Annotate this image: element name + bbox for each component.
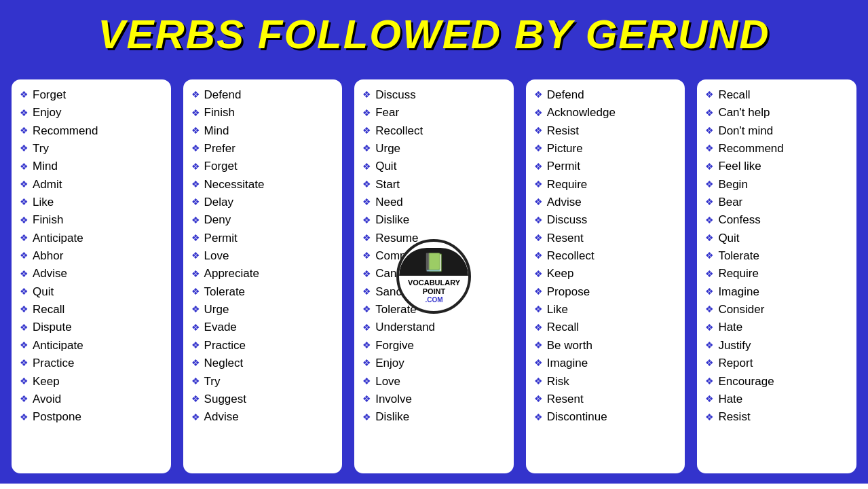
diamond-icon: ❖ xyxy=(534,106,543,121)
diamond-icon: ❖ xyxy=(705,124,714,139)
list-item: ❖Enjoy xyxy=(362,355,508,372)
diamond-icon: ❖ xyxy=(534,249,543,264)
diamond-icon: ❖ xyxy=(705,392,714,407)
column-4: ❖Defend❖Acknowledge❖Resist❖Picture❖Permi… xyxy=(524,77,687,475)
diamond-icon: ❖ xyxy=(534,285,543,300)
diamond-icon: ❖ xyxy=(362,392,371,407)
list-item: ❖Dislike xyxy=(362,211,508,229)
list-item: ❖Delay xyxy=(191,194,337,211)
diamond-icon: ❖ xyxy=(705,177,714,192)
list-item: ❖Suggest xyxy=(191,391,337,408)
diamond-icon: ❖ xyxy=(20,321,29,336)
word-label: Need xyxy=(375,194,403,211)
word-label: Enjoy xyxy=(33,104,62,122)
word-label: Hate xyxy=(718,391,742,408)
diamond-icon: ❖ xyxy=(362,88,371,103)
diamond-icon: ❖ xyxy=(534,392,543,407)
list-item: ❖Tolerate xyxy=(705,247,851,265)
word-label: Tolerate xyxy=(204,283,245,301)
list-item: ❖Advise xyxy=(20,265,166,283)
list-item: ❖Like xyxy=(534,301,680,319)
diamond-icon: ❖ xyxy=(705,249,714,264)
diamond-icon: ❖ xyxy=(705,285,714,300)
list-item: ❖Admit xyxy=(20,176,166,194)
list-item: ❖Neglect xyxy=(191,355,337,372)
list-item: ❖Anticipate xyxy=(20,230,166,247)
diamond-icon: ❖ xyxy=(20,231,29,246)
list-item: ❖Discuss xyxy=(534,211,680,229)
word-label: Recommend xyxy=(33,122,98,140)
diamond-icon: ❖ xyxy=(191,410,200,425)
word-label: Enjoy xyxy=(375,355,404,372)
word-label: Fear xyxy=(375,104,399,122)
word-label: Anticipate xyxy=(33,230,83,247)
list-item: ❖Report xyxy=(705,355,851,372)
word-label: Like xyxy=(33,194,54,211)
word-label: Defend xyxy=(204,86,242,104)
diamond-icon: ❖ xyxy=(20,410,29,425)
diamond-icon: ❖ xyxy=(20,195,29,210)
diamond-icon: ❖ xyxy=(191,124,200,139)
word-label: Recall xyxy=(547,319,579,336)
list-item: ❖Begin xyxy=(705,176,851,194)
word-label: Keep xyxy=(33,373,60,391)
diamond-icon: ❖ xyxy=(362,141,371,156)
list-item: ❖Imagine xyxy=(534,355,680,372)
diamond-icon: ❖ xyxy=(191,231,200,246)
list-item: ❖Urge xyxy=(191,301,337,319)
list-item: ❖Picture xyxy=(534,140,680,158)
list-item: ❖Abhor xyxy=(20,247,166,265)
diamond-icon: ❖ xyxy=(705,321,714,336)
word-label: Start xyxy=(375,176,400,194)
word-label: Picture xyxy=(547,140,583,158)
word-label: Encourage xyxy=(718,373,774,391)
word-label: Try xyxy=(204,373,221,391)
list-item: ❖Appreciate xyxy=(191,265,337,283)
word-label: Avoid xyxy=(33,391,61,408)
diamond-icon: ❖ xyxy=(191,392,200,407)
list-item: ❖Quit xyxy=(705,230,851,247)
word-label: Resent xyxy=(547,391,584,408)
diamond-icon: ❖ xyxy=(705,213,714,228)
word-label: Propose xyxy=(547,283,590,301)
word-label: Confess xyxy=(718,211,760,229)
list-item: ❖Forget xyxy=(20,86,166,104)
list-item: ❖Tolerate xyxy=(191,283,337,301)
list-item: ❖Quit xyxy=(20,283,166,301)
word-label: Practice xyxy=(204,337,246,355)
list-item: ❖Love xyxy=(362,373,508,391)
list-item: ❖Consider xyxy=(705,301,851,319)
list-item: ❖Discontinue xyxy=(534,408,680,426)
word-label: Quit xyxy=(718,230,739,247)
list-item: ❖Resent xyxy=(534,230,680,247)
word-label: Urge xyxy=(375,140,400,158)
list-item: ❖Forget xyxy=(191,158,337,175)
diamond-icon: ❖ xyxy=(362,195,371,210)
list-item: ❖Encourage xyxy=(705,373,851,391)
word-label: Advise xyxy=(547,194,582,211)
list-item: ❖Justify xyxy=(705,337,851,355)
word-label: Deny xyxy=(204,211,231,229)
diamond-icon: ❖ xyxy=(20,267,29,282)
word-label: Involve xyxy=(375,391,412,408)
word-label: Forgive xyxy=(375,337,414,355)
diamond-icon: ❖ xyxy=(191,267,200,282)
diamond-icon: ❖ xyxy=(705,356,714,371)
diamond-icon: ❖ xyxy=(534,321,543,336)
word-label: Resume xyxy=(375,230,418,247)
diamond-icon: ❖ xyxy=(705,106,714,121)
diamond-icon: ❖ xyxy=(20,249,29,264)
list-item: ❖Recall xyxy=(534,319,680,336)
list-item: ❖Resent xyxy=(534,391,680,408)
word-label: Don't mind xyxy=(718,122,773,140)
diamond-icon: ❖ xyxy=(705,267,714,282)
list-item: ❖Practice xyxy=(191,337,337,355)
diamond-icon: ❖ xyxy=(20,392,29,407)
diamond-icon: ❖ xyxy=(705,302,714,317)
list-item: ❖Anticipate xyxy=(20,337,166,355)
list-item: ❖Avoid xyxy=(20,391,166,408)
column-5: ❖Recall❖Can't help❖Don't mind❖Recommend❖… xyxy=(695,77,858,475)
diamond-icon: ❖ xyxy=(191,177,200,192)
diamond-icon: ❖ xyxy=(362,374,371,389)
word-label: Resist xyxy=(718,408,750,426)
